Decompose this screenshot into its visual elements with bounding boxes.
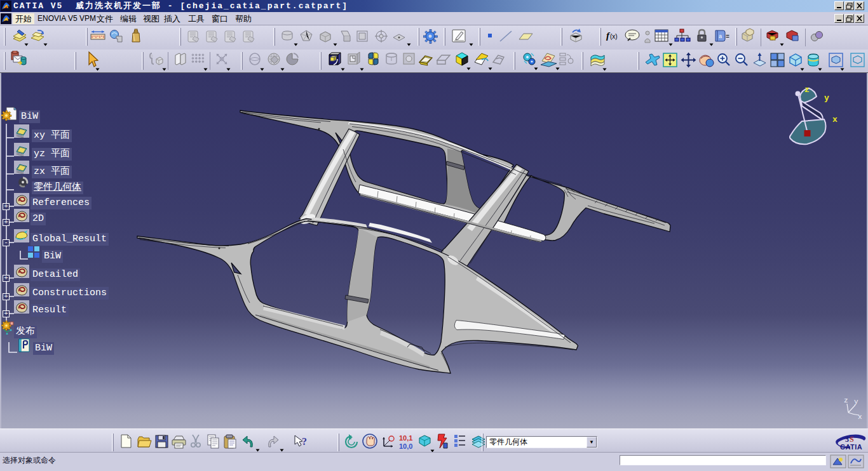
svg-text:10,0: 10,0 bbox=[399, 442, 412, 450]
svg-text:x: x bbox=[858, 413, 862, 421]
svg-text:y: y bbox=[824, 93, 829, 103]
svg-text:a: a bbox=[719, 34, 722, 40]
svg-text:=: = bbox=[726, 34, 729, 41]
svg-text:(x): (x) bbox=[610, 33, 618, 40]
svg-text:3: 3 bbox=[845, 435, 849, 444]
svg-text:y: y bbox=[854, 398, 858, 406]
svg-text:S: S bbox=[850, 435, 854, 444]
svg-text:x: x bbox=[832, 115, 837, 124]
svg-text:10,1: 10,1 bbox=[399, 434, 412, 442]
svg-text:z: z bbox=[804, 85, 810, 95]
svg-text:z: z bbox=[844, 397, 848, 404]
svg-text:?: ? bbox=[302, 436, 307, 447]
svg-text:CATIA: CATIA bbox=[840, 443, 862, 451]
